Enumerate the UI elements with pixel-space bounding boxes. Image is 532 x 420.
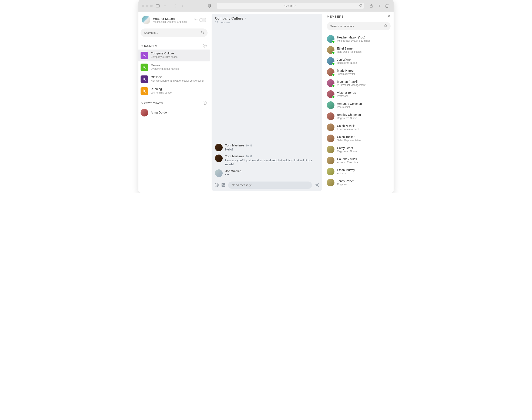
member-name: Armando Coleman [337, 102, 362, 105]
sidebar-toggle-group [155, 3, 168, 9]
close-dot[interactable] [142, 5, 144, 7]
member-name: Courtney Miles [337, 157, 358, 161]
message: Jon Warren••• [215, 169, 319, 177]
member-item[interactable]: Jon WarrenRegistered Nurse [327, 56, 390, 67]
svg-line-7 [203, 33, 204, 34]
members-search-input[interactable] [330, 24, 384, 28]
presence-dot [332, 73, 335, 76]
chevron-down-icon[interactable] [162, 3, 168, 9]
channel-title: Movies [151, 63, 179, 67]
member-name: Heather Mason (You) [337, 36, 371, 39]
presence-toggle[interactable] [199, 18, 206, 22]
user-avatar[interactable] [142, 16, 150, 24]
emoji-icon[interactable] [214, 183, 219, 188]
svg-rect-17 [145, 80, 146, 81]
channel-subtitle: Company culture space [151, 56, 178, 59]
member-item[interactable]: Courtney MilesAccount Executive [327, 155, 390, 166]
member-item[interactable]: Ethan MurrayActuary [327, 166, 390, 177]
window-controls[interactable] [142, 5, 153, 7]
back-icon[interactable] [172, 3, 178, 9]
message-time: 10:32 [246, 155, 252, 158]
message-list: Tom Martinez10:31Hello!Tom Martinez10:32… [212, 27, 322, 179]
svg-rect-15 [144, 78, 145, 80]
close-icon[interactable] [387, 15, 391, 18]
svg-rect-16 [143, 77, 144, 78]
image-icon[interactable] [221, 183, 226, 187]
forward-icon[interactable] [180, 3, 185, 9]
svg-line-28 [386, 26, 387, 28]
plus-icon[interactable] [376, 3, 382, 9]
chat-title: Company Culture [215, 16, 243, 20]
channel-icon [140, 63, 148, 71]
channel-list: Company CultureCompany culture spaceMovi… [138, 49, 210, 97]
member-role: Registered Nurse [337, 117, 361, 120]
member-item[interactable]: Armando ColemanPharmacist [327, 100, 390, 111]
member-name: Caleb Nichols [337, 124, 359, 128]
member-item[interactable]: Marie HarperTechnical Writer [327, 67, 390, 77]
sidebar-icon[interactable] [155, 3, 161, 9]
member-item[interactable]: Victoria TorresProfessor [327, 89, 390, 100]
gear-icon[interactable] [194, 18, 198, 22]
search-input[interactable] [144, 31, 201, 35]
search-icon[interactable] [384, 24, 388, 29]
svg-rect-13 [143, 66, 144, 67]
message-text: How are you? I just found an excellent c… [225, 158, 319, 166]
member-item[interactable]: Caleb TuckerSales Representative [327, 133, 390, 144]
member-item[interactable]: Meghan FranklinVP Product Management [327, 77, 390, 89]
member-name: Meghan Franklin [337, 80, 365, 83]
svg-point-22 [215, 183, 219, 187]
avatar [215, 154, 223, 162]
zoom-dot[interactable] [150, 5, 153, 7]
svg-rect-20 [145, 92, 146, 93]
avatar [327, 146, 334, 153]
message-input-wrap[interactable] [228, 181, 312, 189]
sidebar-search[interactable] [140, 29, 208, 37]
channel-item[interactable]: Off TopicNon-work banter and water coole… [138, 73, 210, 85]
member-item[interactable]: Heather Mason (You)Mechanical Systems En… [327, 33, 390, 45]
profile-block[interactable]: Heather Mason Mechanical Systems Enginee… [138, 15, 210, 26]
channel-item[interactable]: Runningsoc-running space [138, 85, 210, 97]
address-bar[interactable]: 127.0.0.1 [217, 3, 364, 9]
member-list[interactable]: Heather Mason (You)Mechanical Systems En… [327, 33, 391, 190]
channel-item[interactable]: Company CultureCompany culture space [138, 49, 210, 61]
avatar [327, 179, 334, 186]
members-search[interactable] [327, 22, 391, 30]
nav-arrows [172, 3, 185, 9]
member-item[interactable]: Caleb NicholsEnvironmental Tech [327, 122, 390, 133]
member-name: Marie Harper [337, 69, 355, 72]
titlebar: 127.0.0.1 [138, 0, 394, 12]
member-role: Registered Nurse [337, 150, 357, 153]
chevron-right-icon[interactable] [244, 16, 246, 20]
svg-rect-11 [145, 56, 146, 57]
svg-rect-18 [144, 90, 145, 92]
reload-icon[interactable] [359, 4, 362, 8]
channel-item[interactable]: MoviesEverything about movies [138, 61, 210, 73]
share-icon[interactable] [368, 3, 374, 9]
svg-point-26 [222, 184, 223, 184]
member-name: Ethan Murray [337, 168, 355, 172]
member-name: Jenny Porter [337, 180, 354, 183]
message-author: Jon Warren [225, 169, 242, 173]
composer [212, 179, 322, 191]
member-role: Actuary [337, 172, 355, 175]
tabs-icon[interactable] [384, 3, 390, 9]
minimize-dot[interactable] [146, 5, 148, 7]
shield-icon[interactable] [207, 3, 213, 9]
svg-point-6 [201, 31, 203, 33]
member-item[interactable]: Jenny PorterEngineer [327, 177, 390, 188]
member-role: Engineer [337, 183, 354, 186]
add-dm-icon[interactable] [203, 101, 207, 105]
members-panel: MEMBERS Heather Mason (You)Mechanical Sy… [324, 12, 394, 193]
channel-subtitle: soc-running space [151, 91, 172, 94]
channel-title: Running [151, 87, 172, 91]
member-item[interactable]: Ethel BarnettHelp Desk Technician [327, 45, 390, 56]
avatar [327, 68, 334, 76]
member-role: Pharmacist [337, 106, 362, 109]
search-icon[interactable] [201, 30, 205, 35]
dm-item[interactable]: Anna Gordon [138, 107, 210, 119]
send-icon[interactable] [315, 183, 319, 188]
member-item[interactable]: Bradley ChapmanRegistered Nurse [327, 111, 390, 122]
message-input[interactable] [231, 183, 308, 187]
member-item[interactable]: Cathy GrantRegistered Nurse [327, 144, 390, 155]
add-channel-icon[interactable] [203, 44, 207, 48]
